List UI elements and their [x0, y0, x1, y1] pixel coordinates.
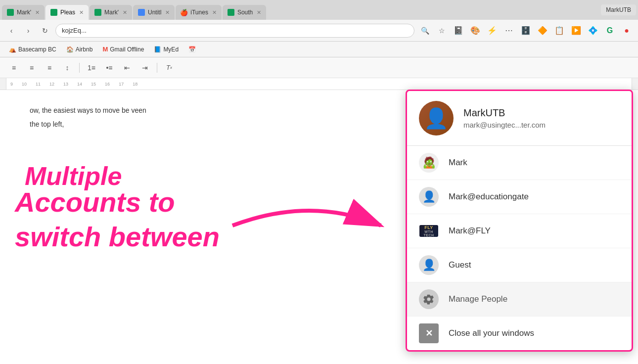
gmail-icon: M [102, 46, 108, 53]
bookmark-gmail[interactable]: M Gmail Offline [98, 44, 148, 54]
db-icon[interactable]: 🗄️ [519, 24, 532, 37]
mark-icon: 🧟 [419, 153, 439, 173]
manage-label: Manage People [449, 294, 507, 304]
gmail-label: Gmail Offline [110, 46, 144, 53]
account-item-manage[interactable]: Manage People [407, 282, 632, 317]
tab-5-label: iTunes [190, 9, 208, 16]
mark-edu-label: Mark@educationgate [449, 192, 529, 202]
align-center-btn[interactable]: ≡ [24, 60, 40, 76]
play-icon[interactable]: ▶️ [570, 24, 583, 37]
onenote-icon[interactable]: 📓 [452, 24, 465, 37]
account-name: MarkUTB [463, 107, 546, 119]
tab-2-label: Pleas [60, 9, 75, 16]
annotation-switch: switch between [15, 221, 220, 253]
address-input[interactable] [55, 24, 414, 38]
calendar-icon: 📅 [188, 46, 196, 53]
basecamp-label: Basecamp BC [18, 46, 56, 53]
ruler-track: 9 10 11 12 13 14 15 16 17 18 [6, 78, 632, 90]
account-panel: MarkUTB mark@usingtec...ter.com 🧟 Mark 👤 [406, 90, 633, 352]
clear-format-btn[interactable]: Tx [161, 60, 177, 76]
account-item-mark[interactable]: 🧟 Mark [407, 146, 632, 180]
ruler: 9 10 11 12 13 14 15 16 17 18 [0, 78, 638, 90]
mark-edu-icon: 👤 [419, 187, 439, 207]
account-item-guest[interactable]: 👤 Guest [407, 248, 632, 282]
docs-toolbar: ≡ ≡ ≡ ↕ 1≡ •≡ ⇤ ⇥ Tx [0, 57, 638, 78]
tab-6[interactable]: South ✕ [223, 5, 266, 20]
tab-4-label: Untitl [148, 9, 161, 16]
slash-icon[interactable]: ⚡ [486, 24, 499, 37]
align-left-btn[interactable]: ≡ [6, 60, 22, 76]
refresh-button[interactable]: ↻ [39, 24, 51, 37]
orange2-icon[interactable]: 📋 [553, 24, 566, 37]
bookmark-basecamp[interactable]: ⛺ Basecamp BC [5, 45, 60, 54]
teal-icon[interactable]: 💠 [587, 24, 599, 37]
account-item-mark-edu[interactable]: 👤 Mark@educationgate [407, 180, 632, 214]
line-spacing-btn[interactable]: ↕ [59, 60, 75, 76]
basecamp-icon: ⛺ [9, 46, 16, 53]
guest-icon: 👤 [419, 255, 439, 275]
tab-5[interactable]: 🍎 iTunes ✕ [176, 5, 222, 20]
dots-icon[interactable]: ⋯ [502, 24, 515, 37]
tab-6-close[interactable]: ✕ [257, 9, 261, 16]
forward-button[interactable]: › [22, 24, 35, 37]
bullet-list-btn[interactable]: •≡ [101, 60, 117, 76]
account-email: mark@usingtec...ter.com [463, 121, 546, 129]
numbered-list-btn[interactable]: 1≡ [84, 60, 99, 76]
markutb-tab[interactable]: MarkUTB [601, 4, 636, 15]
orange-icon[interactable]: 🔶 [536, 24, 549, 37]
align-right-btn[interactable]: ≡ [42, 60, 57, 76]
tab-4[interactable]: Untitl ✕ [133, 5, 175, 20]
g-icon[interactable]: G [603, 24, 616, 37]
sep1 [79, 63, 80, 73]
account-list: 🧟 Mark 👤 Mark@educationgate FLY [407, 146, 632, 350]
account-item-close-windows[interactable]: ✕ Close all your windows [407, 317, 632, 350]
indent-right-btn[interactable]: ⇥ [137, 60, 153, 76]
tab-bar: Mark' ✕ Pleas ✕ Mark' ✕ Untitl ✕ 🍎 iTune… [0, 0, 638, 20]
tab-4-close[interactable]: ✕ [165, 9, 170, 16]
airbnb-label: Airbnb [76, 46, 93, 53]
myed-icon: 📘 [154, 46, 161, 53]
apple-icon-5: 🍎 [181, 9, 187, 16]
account-item-mark-fly[interactable]: FLY WTH TECH Mark@FLY [407, 214, 632, 248]
tab-3-close[interactable]: ✕ [123, 9, 127, 16]
sep2 [157, 63, 157, 73]
bookmark-button[interactable]: ☆ [435, 24, 448, 37]
guest-label: Guest [449, 260, 471, 270]
bookmark-myed[interactable]: 📘 MyEd [150, 45, 182, 54]
tab-2[interactable]: Pleas ✕ [46, 5, 89, 20]
search-button[interactable]: 🔍 [418, 24, 431, 37]
content-area: ≡ ≡ ≡ ↕ 1≡ •≡ ⇤ ⇥ Tx 9 10 11 12 13 14 15… [0, 57, 638, 364]
pointing-arrow [213, 186, 391, 265]
account-header[interactable]: MarkUTB mark@usingtec...ter.com [407, 91, 632, 146]
docs-icon-4 [138, 9, 145, 16]
palette-icon[interactable]: 🎨 [469, 24, 482, 37]
sheets-icon-6 [228, 9, 234, 16]
bookmarks-bar: ⛺ Basecamp BC 🏠 Airbnb M Gmail Offline 📘… [0, 42, 638, 57]
bookmark-calendar[interactable]: 📅 [184, 45, 200, 54]
sheets-icon-1 [7, 9, 14, 16]
account-info: MarkUTB mark@usingtec...ter.com [463, 107, 546, 129]
fly-badge: FLY WTH TECH [419, 225, 438, 237]
airbnb-icon: 🏠 [66, 46, 74, 53]
back-button[interactable]: ‹ [5, 24, 18, 37]
gear-icon [423, 293, 435, 305]
mark-label: Mark [449, 158, 467, 168]
close-windows-label: Close all your windows [449, 328, 534, 338]
tab-6-label: South [237, 9, 253, 16]
tab-1[interactable]: Mark' ✕ [2, 5, 45, 20]
tab-3-label: Mark' [104, 9, 119, 16]
sheets-icon-2 [50, 9, 57, 16]
mark-fly-label: Mark@FLY [449, 226, 491, 236]
manage-icon [419, 289, 439, 309]
tab-1-close[interactable]: ✕ [35, 9, 40, 16]
tab-5-close[interactable]: ✕ [212, 9, 217, 16]
indent-left-btn[interactable]: ⇤ [119, 60, 135, 76]
myed-label: MyEd [163, 46, 179, 53]
tab-3[interactable]: Mark' ✕ [90, 5, 132, 20]
tab-2-close[interactable]: ✕ [79, 9, 84, 16]
bookmark-airbnb[interactable]: 🏠 Airbnb [62, 45, 97, 54]
mark-fly-icon: FLY WTH TECH [419, 221, 439, 241]
browser-frame: Mark' ✕ Pleas ✕ Mark' ✕ Untitl ✕ 🍎 iTune… [0, 0, 638, 364]
account-avatar [419, 101, 454, 136]
red-circle[interactable]: ● [620, 24, 633, 37]
